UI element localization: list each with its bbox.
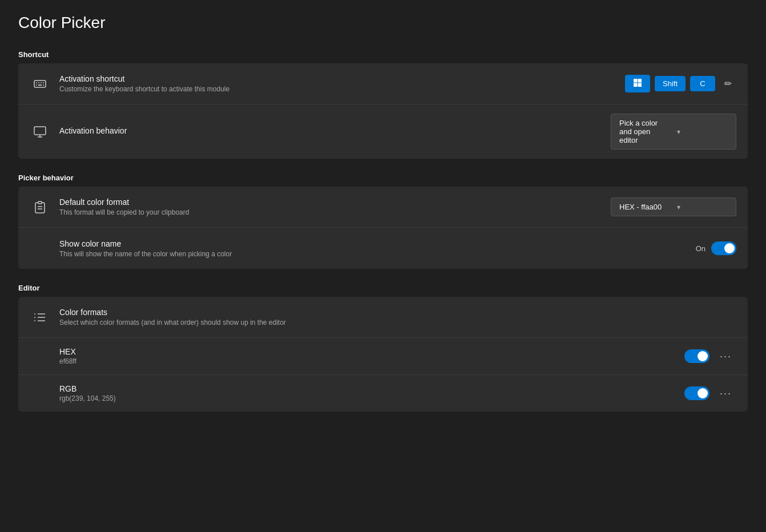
svg-rect-15 (38, 201, 42, 204)
clipboard-icon (30, 197, 50, 217)
keyboard-icon (30, 74, 50, 94)
activation-behavior-dropdown[interactable]: Pick a color and open editor ▾ (611, 114, 736, 150)
rgb-format-name: RGB (59, 384, 684, 393)
hex-format-text: HEX ef68ff (30, 347, 684, 365)
show-color-name-toggle-label: On (696, 244, 705, 253)
hex-more-button[interactable]: ··· (715, 349, 736, 364)
svg-rect-9 (638, 79, 642, 83)
hex-format-name: HEX (59, 347, 684, 356)
activation-shortcut-title: Activation shortcut (59, 74, 625, 83)
show-color-name-text: Show color name This will show the name … (30, 239, 696, 258)
rgb-format-text: RGB rgb(239, 104, 255) (30, 384, 684, 402)
activation-shortcut-row: Activation shortcut Customize the keyboa… (18, 63, 748, 104)
default-color-format-subtitle: This format will be copied to your clipb… (59, 208, 611, 216)
rgb-toggle-slider (684, 386, 709, 400)
edit-shortcut-button[interactable]: ✏ (720, 76, 736, 91)
show-color-name-title: Show color name (59, 239, 696, 248)
activation-behavior-control: Pick a color and open editor ▾ (611, 114, 736, 150)
color-formats-subtitle: Select which color formats (and in what … (59, 319, 736, 327)
activation-shortcut-text: Activation shortcut Customize the keyboa… (59, 74, 625, 93)
hex-toggle[interactable] (684, 349, 709, 363)
default-color-format-dropdown[interactable]: HEX - ffaa00 ▾ (611, 198, 736, 216)
list-icon (30, 307, 50, 328)
color-formats-text: Color formats Select which color formats… (59, 308, 736, 327)
shortcut-key-win[interactable] (625, 75, 650, 92)
show-color-name-row: Show color name This will show the name … (18, 228, 748, 269)
svg-rect-0 (34, 80, 46, 87)
svg-rect-10 (634, 83, 638, 87)
shortcut-key-c[interactable]: C (690, 76, 715, 91)
svg-rect-11 (638, 83, 642, 87)
hex-format-value: ef68ff (59, 357, 684, 365)
rgb-more-button[interactable]: ··· (715, 386, 736, 401)
activation-behavior-dropdown-value: Pick a color and open editor (619, 119, 670, 144)
default-color-format-title: Default color format (59, 198, 611, 207)
editor-section-label: Editor (18, 284, 748, 292)
default-color-format-value: HEX - ffaa00 (619, 203, 670, 211)
activation-behavior-text: Activation behavior (59, 126, 611, 137)
hex-format-controls: ··· (684, 349, 736, 364)
shortcut-key-shift[interactable]: Shift (655, 76, 686, 91)
toggle-slider (711, 241, 736, 255)
activation-behavior-title: Activation behavior (59, 126, 611, 135)
monitor-icon (30, 122, 50, 142)
hex-format-row: HEX ef68ff ··· (18, 338, 748, 375)
default-color-format-row: Default color format This format will be… (18, 187, 748, 228)
rgb-format-value: rgb(239, 104, 255) (59, 394, 684, 402)
chevron-down-icon-2: ▾ (677, 203, 728, 211)
editor-card: Color formats Select which color formats… (18, 297, 748, 412)
rgb-toggle[interactable] (684, 386, 709, 400)
show-color-name-subtitle: This will show the name of the color whe… (59, 250, 696, 258)
main-container: Color Picker Shortcut Activation shortcu… (0, 0, 766, 426)
activation-shortcut-subtitle: Customize the keyboard shortcut to activ… (59, 85, 625, 93)
show-color-name-control: On (696, 241, 736, 255)
page-title: Color Picker (18, 14, 748, 32)
shortcut-keys-control: Shift C ✏ (625, 75, 736, 92)
shortcut-section-label: Shortcut (18, 50, 748, 59)
show-color-name-toggle[interactable] (711, 241, 736, 255)
hex-toggle-slider (684, 349, 709, 363)
rgb-format-row: RGB rgb(239, 104, 255) ··· (18, 375, 748, 412)
default-color-format-text: Default color format This format will be… (59, 198, 611, 216)
default-color-format-control: HEX - ffaa00 ▾ (611, 198, 736, 216)
rgb-format-controls: ··· (684, 386, 736, 401)
svg-rect-8 (634, 79, 638, 83)
color-formats-title: Color formats (59, 308, 736, 317)
activation-behavior-row: Activation behavior Pick a color and ope… (18, 104, 748, 159)
picker-card: Default color format This format will be… (18, 187, 748, 269)
picker-section-label: Picker behavior (18, 174, 748, 182)
chevron-down-icon: ▾ (677, 128, 728, 136)
color-formats-row: Color formats Select which color formats… (18, 297, 748, 338)
svg-rect-12 (34, 127, 46, 135)
shortcut-card: Activation shortcut Customize the keyboa… (18, 63, 748, 159)
